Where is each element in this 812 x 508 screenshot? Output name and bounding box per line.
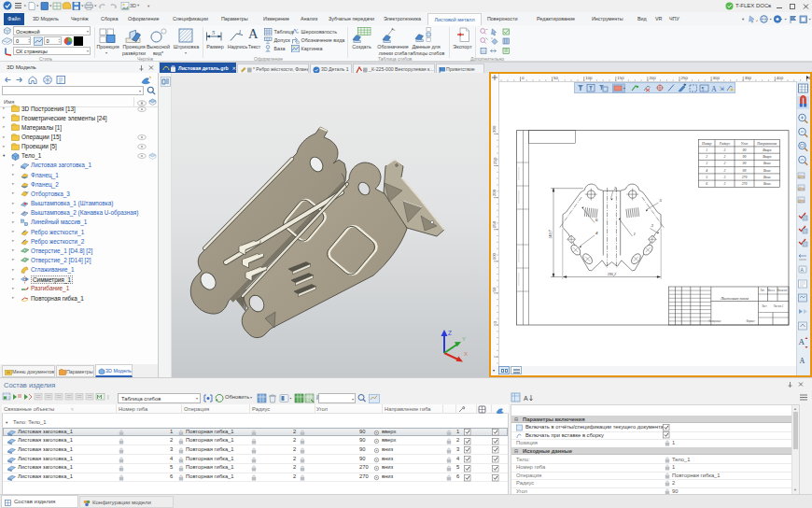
- svg-text:350: 350: [745, 76, 752, 80]
- svg-text:Вверх: Вверх: [763, 155, 771, 159]
- svg-text:5: 5: [212, 29, 216, 35]
- svg-text:⊺: ⊺: [106, 395, 109, 401]
- svg-text:3: 3: [706, 162, 707, 165]
- svg-text:Номер: Номер: [701, 142, 712, 146]
- svg-text:Масса: Масса: [767, 289, 775, 292]
- svg-text:300: 300: [713, 76, 721, 80]
- svg-text:Вниз: Вниз: [763, 162, 771, 165]
- svg-text:Радиус: Радиус: [719, 142, 731, 146]
- svg-text:A: A: [800, 357, 805, 365]
- svg-text:Копировал: Копировал: [709, 319, 721, 323]
- svg-text:Y: Y: [462, 336, 466, 342]
- svg-text:Формат: Формат: [746, 319, 755, 323]
- svg-text:300: 300: [493, 125, 497, 133]
- svg-text:400: 400: [777, 76, 784, 80]
- svg-text:2: 2: [724, 169, 726, 173]
- svg-text:2: 2: [724, 176, 726, 179]
- svg-text:Вниз: Вниз: [763, 169, 771, 173]
- svg-text:⇲: ⇲: [720, 85, 724, 92]
- svg-text:2: 2: [724, 148, 726, 152]
- svg-text:250: 250: [681, 76, 689, 80]
- svg-text:Листовая тяга: Листовая тяга: [720, 296, 749, 301]
- svg-text:200: 200: [493, 189, 497, 196]
- svg-text:140,7: 140,7: [548, 229, 553, 238]
- svg-text:2: 2: [724, 182, 726, 186]
- svg-text:2: 2: [724, 162, 726, 165]
- svg-text:6: 6: [706, 182, 707, 186]
- svg-text:Масштаб: Масштаб: [777, 289, 788, 292]
- svg-text:X: X: [464, 351, 468, 357]
- svg-text:1: 1: [634, 232, 637, 236]
- svg-text:90: 90: [743, 162, 747, 165]
- svg-text:¶: ¶: [702, 86, 705, 92]
- svg-text:Z: Z: [448, 330, 452, 336]
- svg-text:dim: dim: [798, 187, 805, 191]
- svg-text:2: 2: [706, 155, 707, 159]
- svg-text:295,2: 295,2: [608, 272, 616, 277]
- svg-text:200: 200: [649, 76, 656, 80]
- svg-text:Угол: Угол: [741, 142, 749, 146]
- svg-text:270: 270: [742, 182, 748, 186]
- svg-text:Лит.: Лит.: [761, 289, 765, 292]
- svg-text:50: 50: [493, 287, 497, 291]
- svg-text:5: 5: [660, 198, 663, 203]
- svg-text:150: 150: [493, 220, 497, 228]
- svg-text:dim: dim: [798, 175, 805, 179]
- svg-text:3: 3: [651, 223, 654, 228]
- svg-text:100: 100: [585, 76, 593, 80]
- svg-text:Вверх: Вверх: [763, 148, 771, 152]
- svg-text:4: 4: [706, 169, 707, 173]
- svg-text:5: 5: [706, 176, 707, 179]
- svg-text:4: 4: [595, 231, 598, 235]
- svg-text:50: 50: [553, 76, 558, 80]
- svg-text:1: 1: [706, 148, 707, 152]
- svg-text:90: 90: [743, 155, 747, 159]
- svg-text:Лист: Лист: [762, 304, 767, 308]
- svg-text:А: А: [524, 395, 528, 402]
- svg-text:Листов 1: Листов 1: [774, 304, 784, 308]
- svg-text:2: 2: [724, 155, 726, 159]
- svg-text:250: 250: [493, 157, 497, 164]
- svg-text:Вниз: Вниз: [763, 176, 771, 179]
- svg-text:90: 90: [743, 169, 747, 173]
- svg-text:Направление: Направление: [756, 142, 777, 146]
- svg-text:90: 90: [743, 148, 747, 152]
- svg-text:A: A: [711, 85, 717, 93]
- svg-text:1: 1: [239, 29, 242, 35]
- svg-text:A: A: [799, 337, 805, 346]
- svg-text:100: 100: [493, 252, 497, 260]
- svg-text:270: 270: [742, 176, 748, 179]
- svg-text:150: 150: [617, 76, 624, 80]
- svg-text:Вниз: Вниз: [763, 182, 771, 186]
- svg-text:6: 6: [595, 218, 598, 222]
- svg-text:dim: dim: [798, 199, 805, 204]
